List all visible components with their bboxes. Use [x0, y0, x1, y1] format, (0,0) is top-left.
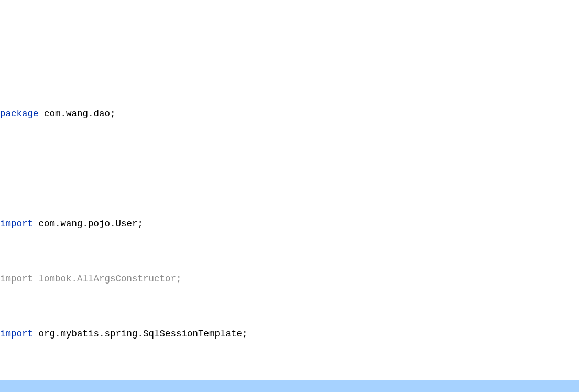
import-target: com.wang.pojo.User;: [33, 219, 143, 229]
code-editor[interactable]: package com.wang.dao; import com.wang.po…: [0, 73, 579, 392]
code-line-blank[interactable]: [0, 160, 579, 178]
code-line[interactable]: import com.wang.pojo.User;: [0, 215, 579, 233]
selection-bg: [0, 380, 579, 392]
package-name: com.wang.dao;: [39, 108, 116, 119]
import-target-gray: lombok.AllArgsConstructor;: [33, 274, 182, 284]
import-target: org.mybatis.spring.SqlSessionTemplate;: [33, 329, 248, 339]
keyword-package: package: [0, 108, 39, 119]
keyword-import: import: [0, 219, 33, 229]
code-line[interactable]: package com.wang.dao;: [0, 105, 579, 123]
keyword-import: import: [0, 329, 33, 339]
code-line[interactable]: import org.mybatis.spring.SqlSessionTemp…: [0, 325, 579, 343]
code-line-selected-blank[interactable]: [0, 380, 579, 392]
code-line-unused-import[interactable]: import lombok.AllArgsConstructor;: [0, 270, 579, 288]
keyword-import-gray: import: [0, 274, 33, 284]
